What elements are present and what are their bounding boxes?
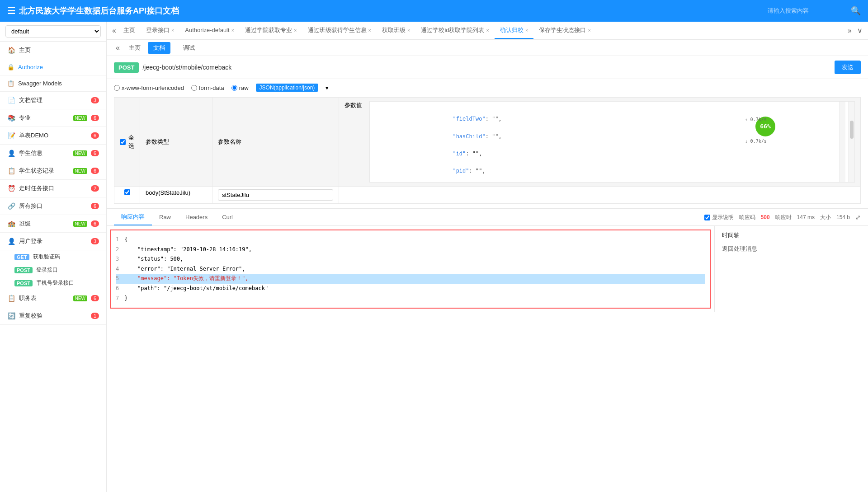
api-panel: POST /jeecg-boot/st/mobile/comeback 发送 x… <box>107 56 868 492</box>
sidebar-item-all-api[interactable]: 🔗 所有接口 6 <box>0 197 106 215</box>
sidebar-item-form-demo[interactable]: 📝 单表DEMO 6 <box>0 127 106 145</box>
sidebar-item-user-login[interactable]: 👤 用户登录 3 <box>0 233 106 250</box>
resp-tab-curl[interactable]: Curl <box>215 210 240 225</box>
radio-form-data[interactable]: form-data <box>191 84 224 91</box>
radio-urlencoded[interactable]: x-www-form-urlencoded <box>114 84 184 91</box>
sidebar-sub-get-code[interactable]: GET 获取验证码 <box>0 250 106 263</box>
student-count: 6 <box>91 150 99 156</box>
verify-icon: 🔄 <box>7 312 15 319</box>
timeline-title: 时间轴 <box>722 231 861 239</box>
code-line-6: 6 "path": "/jeecg-boot/st/mobile/comebac… <box>116 284 705 294</box>
sidebar-item-job-table[interactable]: 📋 职务表 NEW 6 <box>0 290 106 307</box>
param-checkbox-cell[interactable] <box>114 187 140 204</box>
sidebar-item-student-state[interactable]: 📋 学生状态记录 NEW 6 <box>0 162 106 180</box>
search-button[interactable]: 🔍 <box>851 6 861 16</box>
sidebar-label-home: 主页 <box>19 46 99 54</box>
sidebar-item-doc-mgmt[interactable]: 📄 文档管理 3 <box>0 92 106 109</box>
tab-major[interactable]: 通过学院获取专业 × <box>240 23 302 39</box>
response-right-panel: 时间轴 返回处理消息 <box>714 226 868 312</box>
resp-tab-headers[interactable]: Headers <box>178 210 215 225</box>
tab-save-state[interactable]: 保存学生状态接口 × <box>533 23 596 39</box>
show-desc-checkbox[interactable] <box>704 215 710 220</box>
sidebar-item-student-info[interactable]: 👤 学生信息 NEW 6 <box>0 145 106 162</box>
resp-time-value: 147 ms <box>797 214 815 220</box>
task-icon: ⏰ <box>7 185 15 192</box>
doc-btn[interactable]: 文档 <box>148 42 170 54</box>
student-badge-new: NEW <box>73 150 87 156</box>
major-badge: NEW <box>73 115 87 121</box>
tab-prev-btn[interactable]: « <box>110 27 118 35</box>
resp-tab-raw[interactable]: Raw <box>152 210 178 225</box>
tab-school-college[interactable]: 通过学校id获取学院列表 × <box>415 23 495 39</box>
swagger-label: Swagger Models <box>18 80 62 87</box>
home-icon: 🏠 <box>7 47 15 54</box>
json-body-editor[interactable]: "fieldTwo": "", "hasChild": "", "id": ""… <box>369 101 855 183</box>
sidebar-label-form: 单表DEMO <box>19 131 87 140</box>
tab-login[interactable]: 登录接口 × <box>141 23 179 39</box>
tab-major-close[interactable]: × <box>294 28 297 33</box>
sidebar-item-swagger[interactable]: 📋 Swagger Models <box>0 75 106 92</box>
sidebar-item-home[interactable]: 🏠 主页 <box>0 42 106 59</box>
param-name-cell <box>212 187 339 204</box>
search-input[interactable] <box>766 5 847 16</box>
login-label: 登录接口 <box>36 266 58 274</box>
sidebar-item-reverify[interactable]: 🔄 重复校验 1 <box>0 307 106 325</box>
project-select[interactable]: default <box>5 25 101 37</box>
get-badge: GET <box>14 254 29 260</box>
tab-save-state-label: 保存学生状态接口 <box>539 26 586 34</box>
tab-home[interactable]: 主页 <box>118 23 141 39</box>
json-badge[interactable]: JSON(application/json) <box>256 84 319 92</box>
tab-more-btn[interactable]: » <box>846 26 854 35</box>
expand-button[interactable]: ⤢ <box>855 214 861 221</box>
response-info: 显示说明 响应码 500 响应时 147 ms 大小 154 b ⤢ <box>704 214 861 221</box>
sidebar-item-major[interactable]: 📚 专业 NEW 6 <box>0 109 106 127</box>
tab-confirm-return[interactable]: 确认归校 × <box>495 23 533 39</box>
tab-get-class-close[interactable]: × <box>407 28 410 33</box>
sidebar-label-student: 学生信息 <box>19 149 68 157</box>
select-all-checkbox[interactable] <box>120 139 126 145</box>
main-content: « 主页 登录接口 × Authorize-default × 通过学院获取专业… <box>107 22 868 492</box>
response-tab-bar: 响应内容 Raw Headers Curl 显示说明 响应码 500 响应时 1… <box>107 209 868 226</box>
tab-get-class[interactable]: 获取班级 × <box>377 23 415 39</box>
tab-student-class-close[interactable]: × <box>368 28 371 33</box>
tab-login-close[interactable]: × <box>171 28 174 33</box>
param-row-body: body(StStateJilu) <box>114 187 861 204</box>
tab-school-college-close[interactable]: × <box>486 28 489 33</box>
breadcrumb-home[interactable]: 主页 <box>129 44 141 52</box>
sidebar-item-class[interactable]: 🏫 班级 NEW 6 <box>0 215 106 233</box>
body-checkbox[interactable] <box>124 189 130 195</box>
sidebar: default 🏠 主页 🔒 Authorize 📋 Swagger Model… <box>0 22 107 492</box>
doc-bar-back-btn[interactable]: « <box>114 44 122 52</box>
sidebar-sub-phone-login[interactable]: POST 手机号登录接口 <box>0 276 106 290</box>
resp-size-label: 大小 <box>820 214 831 221</box>
resp-tab-content[interactable]: 响应内容 <box>114 209 152 225</box>
sidebar-dropdown[interactable]: default <box>0 22 106 42</box>
sidebar-item-task[interactable]: ⏰ 走时任务接口 2 <box>0 180 106 197</box>
tab-student-class-label: 通过班级获得学生信息 <box>308 26 367 34</box>
tab-confirm-return-close[interactable]: × <box>525 28 528 33</box>
tab-save-state-close[interactable]: × <box>588 28 590 33</box>
debug-btn[interactable]: 调试 <box>178 42 200 54</box>
json-dropdown-icon[interactable]: ▾ <box>326 84 329 91</box>
sidebar-item-authorize[interactable]: 🔒 Authorize <box>0 59 106 75</box>
show-desc-label: 显示说明 <box>712 214 734 221</box>
content-type-group: x-www-form-urlencoded form-data raw JSON… <box>114 84 861 92</box>
th-param-value: 参数值 "fieldTwo": "", "hasChild": "", "id"… <box>339 98 861 187</box>
tab-authorize-close[interactable]: × <box>231 28 234 33</box>
param-name-input[interactable] <box>218 189 333 201</box>
task-badge: 2 <box>91 185 99 192</box>
show-desc-checkbox-label[interactable]: 显示说明 <box>704 214 734 221</box>
class-count: 6 <box>91 220 99 227</box>
send-button[interactable]: 发送 <box>835 61 861 74</box>
tab-authorize[interactable]: Authorize-default × <box>179 23 240 38</box>
radio-raw[interactable]: raw <box>231 84 249 91</box>
tab-student-class[interactable]: 通过班级获得学生信息 × <box>302 23 377 39</box>
sidebar-label-verify: 重复校验 <box>19 312 87 320</box>
resp-status-label: 响应码 <box>739 214 755 221</box>
sidebar-sub-login[interactable]: POST 登录接口 <box>0 263 106 276</box>
tab-collapse-btn[interactable]: ∨ <box>855 26 864 35</box>
code-line-5: 5 "message": "Token失效，请重新登录！", <box>116 274 705 284</box>
resp-status-code: 500 <box>761 214 770 220</box>
sidebar-label-class: 班级 <box>19 220 68 228</box>
job-icon: 📋 <box>7 295 15 302</box>
